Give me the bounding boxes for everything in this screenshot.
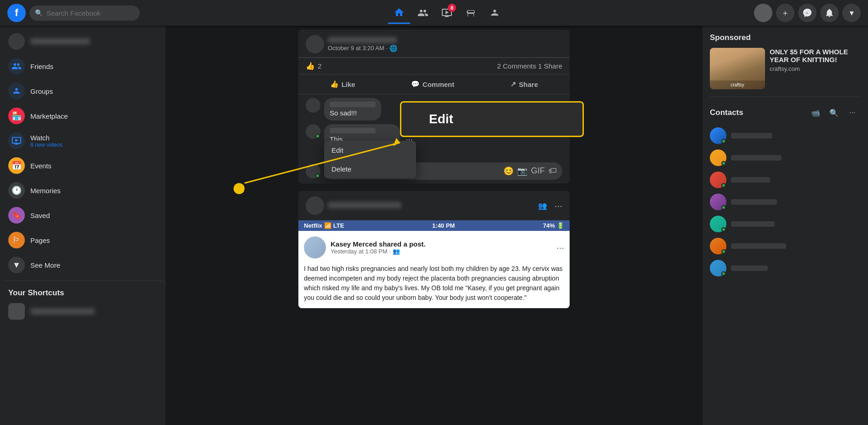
contact-7-online <box>721 271 726 276</box>
see-more-icon: ▼ <box>8 257 25 273</box>
nav-friends-button[interactable] <box>412 2 434 24</box>
user-avatar[interactable] <box>754 4 772 22</box>
sidebar-item-see-more[interactable]: ▼ See More <box>4 253 162 277</box>
facebook-logo[interactable]: f <box>7 4 26 22</box>
contact-item[interactable] <box>710 169 861 191</box>
nav-watch-button[interactable]: 8 <box>436 2 458 24</box>
contacts-more-button[interactable]: ··· <box>844 104 861 121</box>
comment-1-name <box>330 102 376 107</box>
comment-btn-label: Comment <box>423 80 454 88</box>
sidebar-item-saved[interactable]: 🔖 Saved <box>4 203 162 227</box>
sidebar-item-memories[interactable]: 🕐 Memories <box>4 178 162 202</box>
contact-item[interactable] <box>710 191 861 213</box>
contacts-divider <box>710 97 861 97</box>
friend-tag-icon: 👥 <box>538 201 547 210</box>
messenger-button[interactable] <box>798 4 817 22</box>
nav-right-actions: ＋ ▾ <box>754 4 861 22</box>
contact-4-avatar <box>710 194 726 210</box>
sidebar-shortcut-1[interactable] <box>4 299 162 323</box>
ad-card[interactable]: craftsy ONLY $5 FOR A WHOLE YEAR OF KNIT… <box>710 48 861 89</box>
nav-marketplace-button[interactable] <box>460 2 482 24</box>
reply-icons: 😊 📷 GIF 🏷 <box>503 166 557 176</box>
new-video-call-button[interactable]: 📹 <box>807 104 824 121</box>
contact-2-online <box>721 161 726 166</box>
contact-item[interactable] <box>710 235 861 257</box>
sidebar-item-events[interactable]: 📅 Events <box>4 154 162 178</box>
contact-4-online <box>721 205 726 210</box>
svg-marker-4 <box>393 138 400 146</box>
contact-5-avatar <box>710 216 726 232</box>
post-2-meta <box>328 202 534 210</box>
shortcut-1-avatar <box>8 303 25 320</box>
mobile-post-options[interactable]: ··· <box>556 242 564 253</box>
marketplace-label: Marketplace <box>30 112 68 120</box>
memories-icon: 🕐 <box>8 182 25 199</box>
nav-groups-button[interactable] <box>484 2 506 24</box>
comment-button[interactable]: 💬 Comment <box>404 76 462 92</box>
contact-6-online <box>721 249 726 254</box>
search-bar[interactable]: 🔍 <box>29 6 140 21</box>
emoji-icon[interactable]: 😊 <box>503 166 514 176</box>
sidebar-item-pages[interactable]: 🏳 Pages <box>4 228 162 252</box>
share-button[interactable]: ↗ Share <box>503 76 546 92</box>
contact-item[interactable] <box>710 125 861 147</box>
camera-icon[interactable]: 📷 <box>517 166 527 176</box>
ad-domain: craftsy.com <box>770 65 861 72</box>
contact-1-name <box>731 133 772 138</box>
carrier-name: Netflix <box>304 222 322 229</box>
search-input[interactable] <box>46 9 134 17</box>
comment-btn-icon: 💬 <box>411 80 420 88</box>
battery-icon: 🔋 <box>557 222 564 229</box>
dropdown-button[interactable]: ▾ <box>842 4 861 22</box>
sidebar-item-friends[interactable]: Friends <box>4 54 162 78</box>
sidebar-item-profile[interactable] <box>4 29 162 53</box>
watch-sublabel: 8 new videos <box>30 142 63 148</box>
post-2-options[interactable]: ··· <box>554 201 562 211</box>
watch-badge: 8 <box>448 4 456 12</box>
contact-7-avatar <box>710 260 726 276</box>
memories-label: Memories <box>30 187 61 195</box>
add-button[interactable]: ＋ <box>776 4 794 22</box>
gif-icon[interactable]: GIF <box>531 166 545 176</box>
post-actions: 👍 Like 💬 Comment ↗ Share <box>298 74 570 94</box>
search-contacts-button[interactable]: 🔍 <box>826 104 842 121</box>
left-sidebar: Friends Groups 🏪 Marketplace Watch 8 new… <box>0 26 166 425</box>
share-btn-label: Share <box>519 80 538 88</box>
events-icon: 📅 <box>8 157 25 174</box>
sidebar-item-groups[interactable]: Groups <box>4 79 162 103</box>
contact-item[interactable] <box>710 147 861 169</box>
watch-label: Watch <box>30 134 63 142</box>
shortcut-1-name <box>30 308 95 315</box>
shares-count: 1 Share <box>538 62 562 70</box>
callout-arrow <box>230 129 414 202</box>
contact-5-online <box>721 227 726 232</box>
post-1-time: October 9 at 3:20 AM · 🌐 <box>328 45 562 52</box>
post-1-avatar <box>306 35 324 53</box>
sidebar-item-watch[interactable]: Watch 8 new videos <box>4 129 162 153</box>
contact-4-name <box>731 199 777 205</box>
notifications-button[interactable] <box>820 4 839 22</box>
sticker-icon[interactable]: 🏷 <box>548 166 557 176</box>
edit-tooltip-text: Edit <box>429 112 453 126</box>
contact-3-name <box>731 177 770 183</box>
shortcuts-title: Your Shortcuts <box>4 285 162 299</box>
like-btn-label: Like <box>342 80 355 88</box>
center-feed: October 9 at 3:20 AM · 🌐 👍 2 2 Comments … <box>166 26 702 425</box>
mobile-screenshot: Netflix 📶 LTE 1:40 PM 74% 🔋 <box>298 220 570 308</box>
like-button[interactable]: 👍 Like <box>323 76 363 92</box>
contact-6-name <box>731 243 786 249</box>
contact-item[interactable] <box>710 257 861 279</box>
sidebar-item-marketplace[interactable]: 🏪 Marketplace <box>4 104 162 128</box>
nav-home-button[interactable] <box>388 2 410 24</box>
comment-1-text: So sad!!! <box>330 109 376 117</box>
mobile-author-info: Kasey Merced shared a post. Yesterday at… <box>331 240 426 255</box>
contact-2-avatar <box>710 149 726 166</box>
contact-1-online <box>721 139 726 144</box>
ad-title: ONLY $5 FOR A WHOLE YEAR OF KNITTING! <box>770 48 861 63</box>
mobile-battery: 74% 🔋 <box>543 222 564 229</box>
contact-item[interactable] <box>710 213 861 235</box>
see-more-label: See More <box>30 261 60 269</box>
battery-percent: 74% <box>543 222 555 229</box>
contacts-header: Contacts 📹 🔍 ··· <box>710 104 861 121</box>
nav-center-icons: 8 <box>140 2 754 24</box>
